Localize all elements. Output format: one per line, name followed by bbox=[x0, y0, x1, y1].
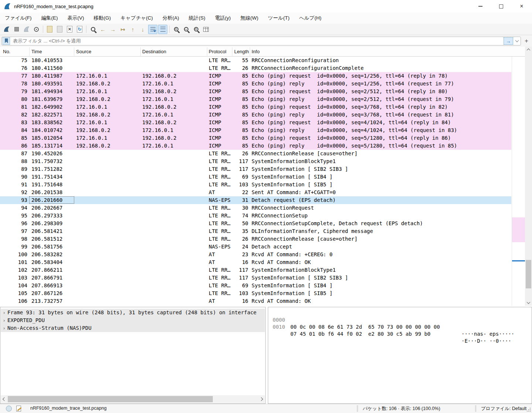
table-row[interactable]: 84184.010742192.168.0.2172.16.0.1ICMP85E… bbox=[0, 126, 511, 134]
menu-help[interactable]: ヘルプ(H) bbox=[294, 13, 326, 24]
table-row[interactable]: 80181.639679192.168.0.2172.16.0.1ICMP85E… bbox=[0, 95, 511, 103]
detail-row-exported-pdu[interactable]: ›EXPORTED_PDU bbox=[1, 316, 265, 324]
packet-list-vscrollbar[interactable] bbox=[525, 47, 532, 306]
maximize-button[interactable] bbox=[491, 0, 511, 13]
stop-capture-icon[interactable] bbox=[12, 25, 21, 34]
table-row[interactable]: 105207.867126LTE RR…103SystemInformation… bbox=[0, 290, 511, 297]
column-header-time[interactable]: Time bbox=[31, 47, 73, 57]
menu-analyze[interactable]: 分析(A) bbox=[158, 13, 184, 24]
reload-file-icon[interactable]: ↻ bbox=[75, 25, 84, 34]
column-header-protocol[interactable]: Protocol bbox=[209, 47, 231, 57]
go-last-packet-icon[interactable]: ↓ bbox=[138, 25, 147, 34]
find-packet-icon[interactable] bbox=[88, 25, 98, 34]
table-row[interactable]: 103207.866791LTE RR…117SystemInformation… bbox=[0, 274, 511, 282]
expert-info-icon[interactable] bbox=[6, 406, 12, 412]
profile-label[interactable]: プロファイル: Default bbox=[481, 406, 526, 412]
column-header-no[interactable]: No. bbox=[3, 47, 27, 57]
table-row[interactable]: 75180.410553LTE RR…55RRCConnectionReconf… bbox=[0, 57, 511, 64]
restart-capture-icon[interactable] bbox=[22, 25, 31, 34]
auto-scroll-icon[interactable] bbox=[148, 25, 157, 34]
menu-edit[interactable]: 編集(E) bbox=[37, 13, 63, 24]
zoom-reset-icon[interactable]: = bbox=[191, 25, 201, 34]
save-file-icon[interactable] bbox=[55, 25, 64, 34]
table-row[interactable]: 90191.751434LTE RR…69SystemInformation [… bbox=[0, 173, 511, 181]
menu-capture[interactable]: キャプチャ(C) bbox=[116, 13, 158, 24]
table-row[interactable]: 97206.581421LTE RR…35DLInformationTransf… bbox=[0, 227, 511, 235]
hscrollbar-thumb[interactable] bbox=[8, 396, 213, 402]
resize-grip[interactable] bbox=[527, 408, 531, 412]
table-row[interactable]: 94206.202667LTE RR…30RRCConnectionReques… bbox=[0, 204, 511, 212]
cell-source bbox=[76, 181, 141, 189]
column-header-destination[interactable]: Destination bbox=[142, 47, 205, 57]
column-header-length[interactable]: Length bbox=[234, 47, 249, 57]
table-row[interactable]: 102207.866211LTE RR…117SystemInformation… bbox=[0, 266, 511, 274]
capture-options-icon[interactable] bbox=[32, 25, 41, 34]
table-row[interactable]: 101206.583404AT16Rcvd AT Command: OK bbox=[0, 258, 511, 266]
table-row[interactable]: 78180.493591192.168.0.2172.16.0.1ICMP85E… bbox=[0, 80, 511, 88]
table-row[interactable]: 92206.201538AT22Sent AT Command: AT+CGAT… bbox=[0, 189, 511, 196]
start-capture-icon[interactable] bbox=[2, 25, 11, 34]
expand-chevron-icon[interactable]: › bbox=[1, 325, 7, 332]
go-forward-icon[interactable]: → bbox=[108, 25, 117, 34]
table-row[interactable]: 79181.494934172.16.0.1192.168.0.2ICMP85E… bbox=[0, 88, 511, 95]
scroll-right-icon[interactable] bbox=[259, 395, 265, 403]
resize-columns-icon[interactable] bbox=[201, 25, 211, 34]
table-row[interactable]: 83183.838562172.16.0.1192.168.0.2ICMP85E… bbox=[0, 119, 511, 126]
scroll-up-icon[interactable] bbox=[525, 47, 532, 53]
filter-dropdown-chevron-icon[interactable] bbox=[514, 37, 520, 45]
detail-row-nas-pdu[interactable]: ›Non-Access-Stratum (NAS)PDU bbox=[1, 324, 265, 332]
colorize-icon[interactable] bbox=[158, 25, 167, 34]
go-first-packet-icon[interactable]: ↑ bbox=[128, 25, 137, 34]
open-file-icon[interactable] bbox=[45, 25, 54, 34]
table-row[interactable]: 106213.732757AT16Rcvd AT Command: OK bbox=[0, 297, 511, 305]
scroll-down-icon[interactable] bbox=[525, 299, 532, 306]
table-row[interactable]: 82182.822571192.168.0.2172.16.0.1ICMP85E… bbox=[0, 111, 511, 119]
table-row[interactable]: 76180.411560LTE RR…26RRCConnectionReconf… bbox=[0, 64, 511, 72]
table-row[interactable]: 104207.866913LTE RR…69SystemInformation … bbox=[0, 282, 511, 290]
detail-pane-hscrollbar[interactable] bbox=[1, 395, 265, 403]
capture-comment-icon[interactable] bbox=[16, 406, 21, 412]
table-row[interactable]: 77180.411987172.16.0.1192.168.0.2ICMP85E… bbox=[0, 72, 511, 80]
table-row[interactable]: 81182.649902172.16.0.1192.168.0.2ICMP85E… bbox=[0, 103, 511, 111]
table-row[interactable]: 99206.581756NAS-EPS24Detach accept bbox=[0, 243, 511, 251]
table-row[interactable]: 85185.012054172.16.0.1192.168.0.2ICMP85E… bbox=[0, 134, 511, 142]
table-row[interactable]: 88191.750732LTE RR…117SystemInformationB… bbox=[0, 158, 511, 165]
expand-chevron-icon[interactable]: › bbox=[1, 309, 7, 316]
add-filter-button[interactable]: + bbox=[522, 37, 531, 45]
table-row[interactable]: 86185.131714192.168.0.2172.16.0.1ICMP85E… bbox=[0, 142, 511, 150]
go-to-packet-icon[interactable]: ↦ bbox=[118, 25, 127, 34]
table-row[interactable]: 89191.751282LTE RR…117SystemInformation … bbox=[0, 165, 511, 173]
detail-row-frame[interactable]: ›Frame 93: 31 bytes on wire (248 bits), … bbox=[1, 309, 265, 316]
apply-filter-button[interactable]: → bbox=[504, 37, 513, 45]
hex-line[interactable]: 0010 07 45 01 0b f6 44 f0 02 e2 80 30 c5… bbox=[268, 316, 532, 324]
go-back-icon[interactable]: ← bbox=[98, 25, 108, 34]
menu-tools[interactable]: ツール(T) bbox=[263, 13, 294, 24]
table-row[interactable]: 98206.581512LTE RR…26RRCConnectionReleas… bbox=[0, 235, 511, 243]
expand-chevron-icon[interactable]: › bbox=[1, 317, 7, 324]
vscrollbar-thumb[interactable] bbox=[526, 260, 531, 288]
column-header-source[interactable]: Source bbox=[76, 47, 139, 57]
close-button[interactable]: × bbox=[511, 0, 532, 13]
menu-go[interactable]: 移動(G) bbox=[89, 13, 116, 24]
table-row[interactable]: 100206.583282AT23Rcvd AT Command: +CEREG… bbox=[0, 251, 511, 258]
filter-bookmark-icon[interactable] bbox=[3, 37, 10, 45]
menu-view[interactable]: 表示(V) bbox=[63, 13, 89, 24]
minimize-button[interactable] bbox=[470, 0, 491, 13]
menu-wireless[interactable]: 無線(W) bbox=[236, 13, 263, 24]
menu-file[interactable]: ファイル(F) bbox=[0, 13, 37, 24]
zoom-in-icon[interactable]: + bbox=[171, 25, 181, 34]
packet-minimap[interactable] bbox=[512, 57, 525, 306]
table-row[interactable]: 95206.297333LTE RR…74RRCConnectionSetup bbox=[0, 212, 511, 220]
close-file-icon[interactable]: ✕ bbox=[65, 25, 74, 34]
table-row[interactable]: 96206.298309LTE RR…50RRCConnectionSetupC… bbox=[0, 220, 511, 227]
hex-line[interactable]: 0000 00 0c 00 08 6e 61 73 2d 65 70 73 00… bbox=[268, 309, 532, 316]
display-filter-input[interactable] bbox=[12, 38, 504, 44]
table-row[interactable]: 87190.452026LTE RR…26RRCConnectionReleas… bbox=[0, 150, 511, 158]
menu-statistics[interactable]: 統計(S) bbox=[184, 13, 210, 24]
zoom-out-icon[interactable]: − bbox=[181, 25, 191, 34]
table-row[interactable]: 91191.751648LTE RR…103SystemInformation … bbox=[0, 181, 511, 189]
table-row[interactable]: 93206.201660NAS-EPS31Detach request (EPS… bbox=[0, 196, 511, 204]
menu-telephony[interactable]: 電話(y) bbox=[210, 13, 236, 24]
column-header-info[interactable]: Info bbox=[252, 47, 362, 57]
scroll-left-icon[interactable] bbox=[1, 395, 7, 403]
